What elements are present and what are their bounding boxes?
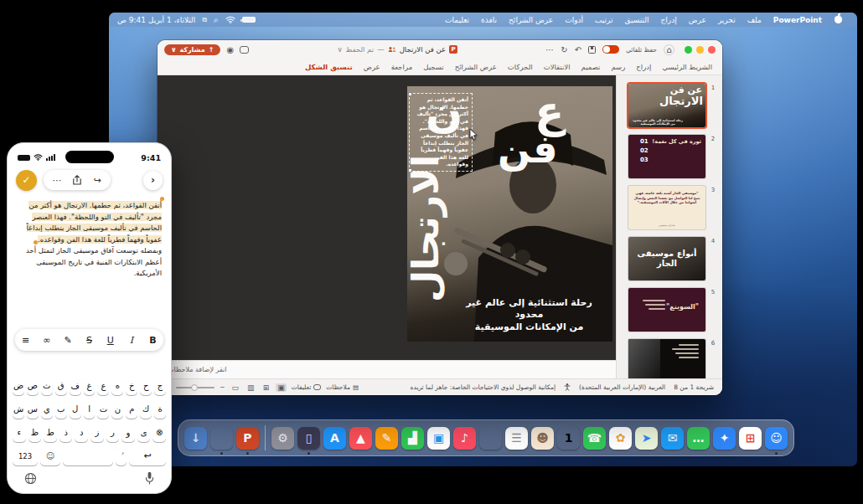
minimize-window-button[interactable] [696, 46, 704, 54]
letter-key[interactable]: ز [90, 423, 104, 442]
letter-key[interactable]: و [121, 423, 135, 442]
dock-icon[interactable]: ☎ [583, 427, 606, 450]
close-window-button[interactable] [708, 46, 716, 54]
emoji-key[interactable]: ☺ [40, 446, 60, 465]
slide-thumbnail-1[interactable]: عن فن الارتجال رحلة استثنائية إلى عالم غ… [628, 84, 705, 127]
letter-key[interactable]: ث [41, 376, 53, 395]
menu-item-app[interactable]: PowerPoint [767, 16, 828, 24]
slide-thumbnail-2[interactable]: ثورة في كل نغمة! 01 02 03 [628, 135, 705, 178]
dock-icon[interactable] [479, 427, 502, 450]
zoom-window-button[interactable] [685, 46, 692, 54]
ribbon-tab[interactable]: الحركات [508, 63, 533, 71]
return-key[interactable]: ↩ [129, 446, 166, 465]
letter-key[interactable]: ى [137, 423, 151, 442]
dock-icon[interactable]: ✿ [609, 427, 632, 450]
document-title[interactable]: عن فن الارتجال [400, 45, 446, 54]
dock-icon[interactable]: 1 [557, 427, 580, 450]
slide-thumbnail-panel[interactable]: 1 عن فن الارتجال رحلة استثنائية إلى عالم… [616, 75, 722, 378]
wifi-icon[interactable] [225, 16, 235, 23]
letter-key[interactable]: د [75, 423, 88, 442]
slide-thumbnail-4[interactable]: أنواع موسيقى الجاز [628, 237, 705, 280]
slide-paragraph-textbox-selected[interactable]: أتقن القواعد، ثم حطمها. الارتجال هو أكثر… [409, 93, 473, 172]
autosave-toggle[interactable] [602, 45, 619, 54]
notes-pane[interactable]: انقر لإضافة ملاحظات [158, 360, 616, 378]
share-button[interactable]: ∨ مشاركة ↑ [164, 44, 220, 55]
slide-editing-area[interactable]: ع ن فن الارتجال أتقن القواعد، ثم حطمها. … [158, 75, 616, 360]
battery-icon[interactable] [242, 17, 256, 23]
letter-key[interactable]: ل [70, 399, 81, 419]
letter-key[interactable]: ح [140, 376, 152, 395]
letter-key[interactable]: ر [106, 423, 120, 442]
letter-key[interactable]: ي [41, 399, 53, 419]
letter-key[interactable]: ذ [59, 423, 73, 442]
notes-toggle[interactable]: ▤ملاحظات [326, 383, 359, 391]
note-text-area[interactable]: أتقن القواعد، ثم حطمها. الارتجال هو أكثر… [17, 200, 162, 280]
menu-item[interactable]: التنسيق [619, 16, 655, 24]
dock-icon[interactable]: ↓ [184, 427, 207, 450]
redo-icon[interactable]: ↻ [561, 45, 567, 54]
selected-text[interactable]: أتقن القواعد، ثم حطمها. الارتجال هو أكثر… [27, 201, 163, 244]
forward-chevron-button[interactable]: › [143, 171, 163, 190]
menu-item[interactable]: نافذة [475, 16, 503, 24]
dock-icon[interactable]: P [236, 427, 259, 450]
redo-button[interactable]: ↪ [89, 172, 106, 188]
slide-thumbnail-5[interactable]: "السوينغ" [628, 288, 705, 332]
format-button[interactable]: ≡ [18, 335, 34, 346]
letter-key[interactable]: ة [154, 399, 166, 419]
letter-key[interactable]: ء [13, 423, 26, 442]
dock-icon[interactable]: ⚙ [271, 427, 294, 450]
dock-icon[interactable]: ✎ [375, 427, 398, 450]
ribbon-tab[interactable]: رسم [611, 63, 625, 71]
ribbon-tab[interactable]: إدراج [636, 63, 651, 71]
comments-bubble-icon[interactable] [240, 46, 249, 54]
letter-key[interactable]: ع [97, 376, 109, 395]
zoom-slider[interactable] [176, 387, 214, 388]
apple-menu[interactable] [828, 14, 849, 25]
save-status[interactable]: تم الحفظ [346, 45, 375, 54]
ribbon-tab[interactable]: تسجيل [423, 63, 443, 71]
dock-icon[interactable]: ▯ [297, 427, 320, 450]
letter-key[interactable]: خ [126, 376, 137, 395]
more-options-button[interactable]: ⋯ [49, 172, 65, 188]
numbers-key[interactable]: 123 [13, 446, 38, 465]
dock-icon[interactable]: ⊞ [739, 427, 762, 450]
presenter-coach-icon[interactable]: ◉ [226, 45, 234, 54]
save-icon[interactable] [588, 46, 596, 54]
menu-item[interactable]: تعليمات [439, 16, 475, 24]
dock-icon[interactable]: ✉ [661, 427, 684, 450]
dock-icon[interactable]: ✦ [713, 427, 736, 450]
ribbon-tab[interactable]: تنسيق الشكل [305, 63, 353, 71]
slide-title-word-2[interactable]: فن [498, 130, 558, 168]
ribbon-tab[interactable]: الشريط الرئيسي [662, 63, 712, 71]
dock-icon[interactable]: ▟ [401, 427, 424, 450]
dock-icon[interactable]: … [687, 427, 710, 450]
spotlight-search-icon[interactable]: ⌕ [214, 15, 219, 25]
letter-key[interactable]: ق [55, 376, 67, 395]
letter-key[interactable]: ن [111, 399, 123, 419]
ribbon-tab[interactable]: عرض الشرائح [455, 63, 497, 71]
dock-icon[interactable]: ♪ [453, 427, 476, 450]
normal-view-button[interactable]: ▣ [276, 383, 287, 392]
control-center-icon[interactable]: ⧉ [202, 16, 207, 24]
letter-key[interactable]: ف [70, 376, 81, 395]
dock-icon[interactable] [210, 427, 233, 450]
share-button[interactable] [69, 172, 85, 188]
dock-icon[interactable]: ☺ [765, 427, 788, 450]
letter-key[interactable]: ظ [28, 423, 42, 442]
menu-item[interactable]: تحرير [712, 16, 742, 24]
format-button[interactable]: ∞ [39, 335, 54, 346]
letter-key[interactable]: ك [140, 399, 152, 419]
letter-key[interactable]: ط [44, 423, 57, 442]
selection-handle-end[interactable] [34, 240, 38, 244]
done-check-button[interactable]: ✓ [16, 170, 37, 191]
undo-icon[interactable]: ↶ [575, 45, 581, 54]
dictation-mic-key[interactable] [145, 471, 154, 485]
format-button[interactable]: S [81, 335, 96, 346]
slide-canvas[interactable]: ع ن فن الارتجال أتقن القواعد، ثم حطمها. … [407, 86, 612, 342]
letter-key[interactable]: ص [27, 376, 39, 395]
menu-item[interactable]: أدوات [559, 16, 589, 24]
slide-sorter-view-button[interactable]: ⊞ [261, 383, 271, 392]
menu-item[interactable]: ترتيب [589, 16, 619, 24]
ribbon-tab[interactable]: تصميم [581, 63, 601, 71]
menubar-clock[interactable]: الثلاثاء، 1 أبريل 9:41 ص [117, 16, 195, 24]
